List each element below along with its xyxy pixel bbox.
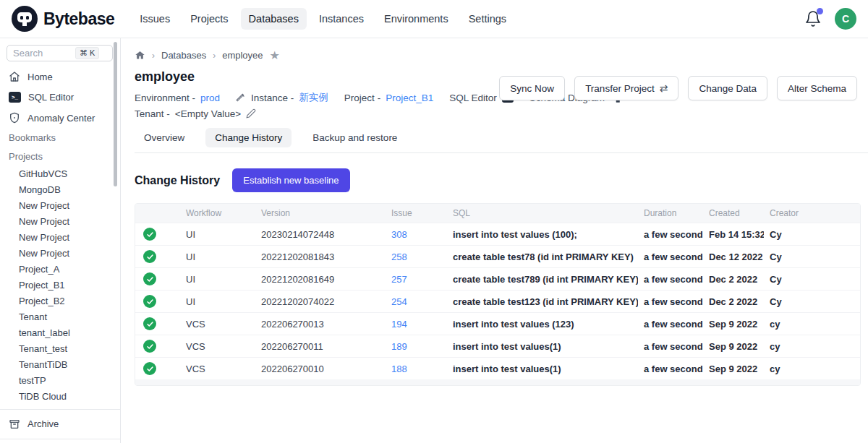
action-button[interactable]: Change Data [688,76,767,100]
sidebar-item-label: Anomaly Center [27,113,95,124]
breadcrumb-employee[interactable]: employee [222,50,263,61]
sidebar-section-bookmarks: Bookmarks [0,129,120,147]
topbar-nav-item[interactable]: Environments [376,8,456,30]
search-box[interactable]: ⌘ K [7,45,113,61]
sidebar-project-item[interactable]: Tenant_test [0,341,120,357]
topbar-nav-item[interactable]: Issues [132,8,178,30]
sidebar: ⌘ K Home >_ SQL Editor Anomaly Center Bo… [0,38,121,443]
table-row[interactable]: VCS 202206270013 194 insert into test va… [135,313,860,335]
topbar-nav-item[interactable]: Settings [461,8,514,30]
cell-workflow: VCS [180,358,255,380]
table-body: UI 20230214072448 308 insert into test v… [135,223,860,380]
column-header: Created [703,204,764,223]
sidebar-item-label: Archive [27,418,59,429]
establish-baseline-button[interactable]: Establish new baseline [232,168,349,192]
sidebar-project-item[interactable]: New Project [0,214,120,230]
brand-logo[interactable]: Bytebase [12,6,114,32]
table-row[interactable]: UI 20221202081649 257 create table test7… [135,268,860,291]
bookmark-star-icon[interactable]: ★ [270,48,280,62]
table-row[interactable]: VCS 202206270010 188 insert into test va… [135,358,860,380]
sidebar-project-item[interactable]: Project_A [0,262,120,278]
sidebar-project-item[interactable]: tenant_label [0,325,120,341]
issue-link[interactable]: 194 [391,319,407,330]
cell-creator: Cy [764,223,860,246]
sidebar-project-item[interactable]: New Project [0,198,120,214]
cell-duration: a few seconds [638,335,703,358]
cell-sql: insert into test values(1) [447,335,638,358]
table-row[interactable]: UI 20221202074022 254 create table test1… [135,291,860,313]
cell-duration: a few seconds [638,268,703,291]
tab[interactable]: Backup and restore [303,128,407,147]
table-row[interactable]: VCS 202206270011 189 insert into test va… [135,335,860,358]
sidebar-project-item[interactable]: testTP [0,373,120,389]
chevron-right-icon: › [213,51,216,61]
table-row[interactable]: UI 20230214072448 308 insert into test v… [135,223,860,246]
search-input[interactable] [13,48,75,59]
topbar-nav-item[interactable]: Projects [182,8,236,30]
cell-created: Sep 9 2022 [703,313,764,335]
column-header: Workflow [180,204,255,223]
action-button[interactable]: Transfer Project ⇄ [574,76,678,100]
sidebar-divider [0,409,120,410]
sidebar-item-label: Home [27,72,53,82]
issue-link[interactable]: 254 [391,296,407,307]
tenant-value: <Empty Value> [175,108,241,119]
cell-creator: cy [764,335,860,358]
pencil-edit-icon[interactable] [246,108,256,119]
breadcrumb-home-icon[interactable] [135,50,145,61]
sidebar-item-home[interactable]: Home [0,66,120,87]
sidebar-project-item[interactable]: New Project [0,246,120,262]
user-avatar[interactable]: C [835,8,856,30]
environment-link[interactable]: prod [200,93,220,103]
sidebar-project-item[interactable]: GitHubVCS [0,166,120,182]
issue-link[interactable]: 188 [391,364,407,374]
sidebar-item-sql-editor[interactable]: >_ SQL Editor [0,87,120,108]
action-button[interactable]: Sync Now [499,76,565,100]
tenant-label: Tenant - [135,108,170,119]
search-shortcut-badge: ⌘ K [75,47,99,59]
breadcrumb: › Databases › employee ★ [135,48,868,62]
cell-sql: create table test78 (id int PRIMARY KEY) [447,246,638,268]
action-button-label: Sync Now [510,83,554,94]
cell-version: 20221202081843 [255,246,386,268]
breadcrumb-databases[interactable]: Databases [161,50,206,61]
project-link[interactable]: Project_B1 [386,93,433,103]
success-check-icon [143,317,156,330]
cell-duration: a few seconds [638,246,703,268]
table-row[interactable]: UI 20221202081843 258 create table test7… [135,246,860,268]
cell-sql: insert into test values (123) [447,313,638,335]
action-button-label: Change Data [699,83,757,94]
column-header: Duration [638,204,703,223]
cell-sql: insert into test values (100); [447,223,638,246]
issue-link[interactable]: 257 [391,274,407,285]
sidebar-item-anomaly-center[interactable]: Anomaly Center [0,108,120,129]
action-button-label: Alter Schema [788,83,846,94]
instance-link[interactable]: 新实例 [299,91,328,104]
success-check-icon [143,362,156,375]
sidebar-project-item[interactable]: Project_B2 [0,293,120,309]
topbar-nav-item[interactable]: Instances [311,8,372,30]
sidebar-project-item[interactable]: TenantTiDB [0,357,120,373]
tab[interactable]: Change History [205,128,292,147]
tab[interactable]: Overview [135,128,194,147]
cell-version: 20221202081649 [255,268,386,291]
sidebar-project-item[interactable]: Tenant [0,309,120,325]
cell-creator: Cy [764,246,860,268]
cell-created: Dec 2 2022 [703,291,764,313]
action-button[interactable]: Alter Schema [777,76,857,100]
notifications-button[interactable] [804,10,822,27]
cell-workflow: VCS [180,313,255,335]
sidebar-project-item[interactable]: Project_B1 [0,278,120,293]
topbar-nav-item[interactable]: Databases [241,8,307,30]
cell-created: Feb 14 15:32 [703,223,764,246]
sidebar-project-item[interactable]: New Project [0,230,120,246]
column-header: SQL [447,204,638,223]
sidebar-item-archive[interactable]: Archive [0,414,120,435]
issue-link[interactable]: 189 [391,341,407,352]
sidebar-project-item[interactable]: MongoDB [0,182,120,198]
instance-label: Instance - [251,93,294,103]
issue-link[interactable]: 258 [391,251,407,262]
sidebar-scrollbar[interactable] [114,42,117,186]
issue-link[interactable]: 308 [391,229,407,240]
sidebar-project-item[interactable]: TiDB Cloud [0,389,120,405]
